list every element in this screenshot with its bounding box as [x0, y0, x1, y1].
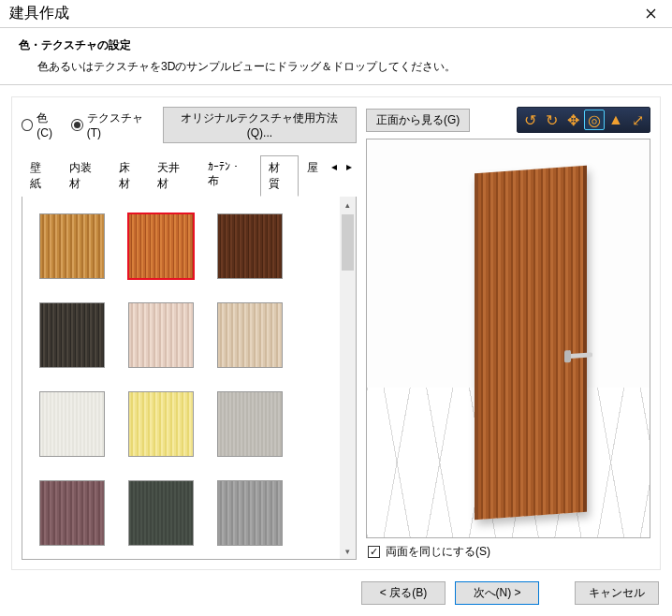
texture-swatch[interactable] [128, 480, 194, 546]
radio-texture-label: テクスチャ(T) [87, 110, 153, 139]
footer: < 戻る(B) 次へ(N) > キャンセル [0, 581, 672, 616]
tab-材質[interactable]: 材質 [260, 155, 299, 197]
texture-swatch[interactable] [128, 213, 194, 279]
both-sides-label: 両面を同じにする(S) [386, 544, 490, 560]
texture-tabs: 壁紙内装材床材天井材ｶｰﾃﾝ・布材質屋◂▸ [22, 154, 357, 197]
radio-color-label: 色(C) [37, 110, 62, 139]
header-title: 色・テクスチャの設定 [19, 37, 653, 53]
fit-icon[interactable]: ⤢ [627, 110, 648, 130]
texture-swatch[interactable] [128, 391, 194, 457]
radio-icon [22, 119, 33, 131]
tab-next-button[interactable]: ▸ [342, 155, 357, 197]
both-sides-checkbox[interactable]: ✓ 両面を同じにする(S) [366, 538, 650, 560]
front-view-button[interactable]: 正面から見る(G) [366, 109, 470, 132]
toolbar-3d: ↺↻✥◎▲⤢ [517, 107, 650, 133]
radio-icon [71, 119, 82, 131]
radio-color[interactable]: 色(C) [22, 110, 67, 139]
close-button[interactable] [630, 0, 672, 28]
swatch-area: ▴ ▾ [22, 197, 357, 560]
texture-swatch[interactable] [217, 480, 283, 546]
scrollbar[interactable]: ▴ ▾ [340, 197, 356, 559]
titlebar: 建具作成 [0, 0, 672, 28]
checkbox-icon: ✓ [368, 546, 380, 558]
door-handle-icon [568, 352, 592, 359]
close-icon [646, 8, 656, 19]
back-button[interactable]: < 戻る(B) [361, 581, 446, 605]
texture-swatch[interactable] [39, 480, 105, 546]
tab-壁紙[interactable]: 壁紙 [22, 155, 61, 197]
preview-viewport[interactable] [366, 139, 650, 538]
texture-swatch[interactable] [128, 302, 194, 368]
header-subtitle: 色あるいはテクスチャを3Dのサンプルビューにドラッグ＆ドロップしてください。 [19, 59, 653, 75]
window-title: 建具作成 [9, 4, 69, 23]
texture-swatch[interactable] [39, 302, 105, 368]
next-button[interactable]: 次へ(N) > [455, 581, 539, 605]
texture-swatch[interactable] [217, 302, 283, 368]
look-icon[interactable]: ▲ [606, 110, 626, 130]
tab-床材[interactable]: 床材 [110, 155, 150, 197]
door-preview [475, 166, 587, 520]
original-texture-button[interactable]: オリジナルテクスチャ使用方法(Q)... [163, 107, 357, 143]
tab-屋[interactable]: 屋 [299, 155, 327, 197]
texture-swatch[interactable] [217, 391, 283, 457]
header: 色・テクスチャの設定 色あるいはテクスチャを3Dのサンプルビューにドラッグ＆ドロ… [0, 28, 672, 85]
radio-texture[interactable]: テクスチャ(T) [71, 110, 159, 139]
tab-ｶｰﾃﾝ・布[interactable]: ｶｰﾃﾝ・布 [199, 155, 260, 197]
texture-swatch[interactable] [217, 213, 283, 279]
cancel-button[interactable]: キャンセル [575, 581, 659, 605]
undo-icon[interactable]: ↺ [519, 110, 540, 130]
tab-内装材[interactable]: 内装材 [61, 155, 110, 197]
tab-天井材[interactable]: 天井材 [149, 155, 198, 197]
scroll-thumb[interactable] [342, 214, 354, 271]
orbit-icon[interactable]: ◎ [584, 110, 605, 130]
scroll-down-icon[interactable]: ▾ [340, 543, 356, 559]
redo-icon[interactable]: ↻ [541, 110, 562, 130]
scroll-up-icon[interactable]: ▴ [340, 197, 356, 213]
tab-prev-button[interactable]: ◂ [327, 155, 342, 197]
pan-icon[interactable]: ✥ [562, 110, 583, 130]
texture-swatch[interactable] [39, 213, 105, 279]
texture-swatch[interactable] [39, 391, 105, 457]
